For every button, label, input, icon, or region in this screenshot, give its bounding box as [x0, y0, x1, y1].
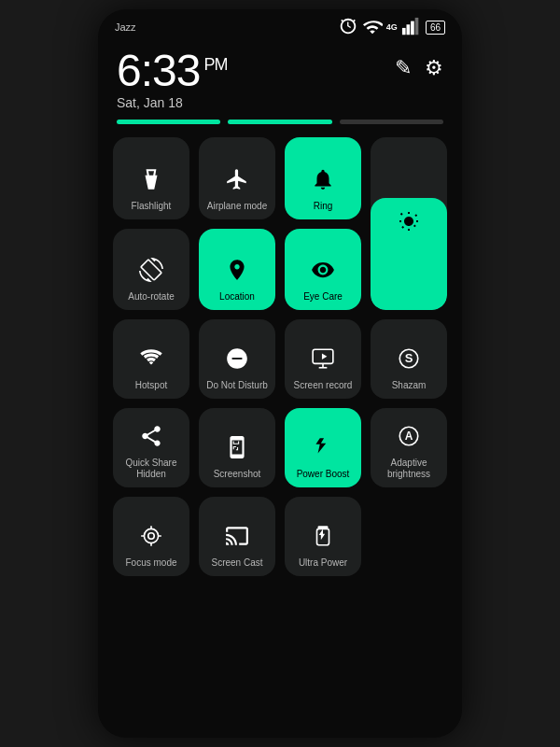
clock-display: 6:33PM: [117, 49, 227, 93]
brightness-bar[interactable]: [98, 120, 462, 124]
location-icon: [225, 258, 249, 286]
tile-shazam[interactable]: S Shazam: [371, 319, 447, 399]
tile-brightness-slider[interactable]: [371, 137, 447, 310]
ring-icon: [311, 167, 335, 195]
signal-icon: [401, 17, 422, 37]
network-icon: 4G: [386, 22, 398, 32]
svg-point-11: [148, 533, 155, 540]
tile-power-boost[interactable]: Power Boost: [285, 408, 361, 487]
clock-area: 6:33PM Sat, Jan 18 ✎ ⚙: [98, 41, 462, 120]
brightness-seg-1: [117, 120, 220, 124]
power-boost-label: Power Boost: [297, 469, 350, 480]
tile-eye-care[interactable]: Eye Care: [285, 229, 361, 311]
screen-record-label: Screen record: [294, 380, 353, 391]
adaptive-brightness-label: Adaptive brightness: [374, 458, 443, 480]
tile-quick-share[interactable]: Quick Share Hidden: [113, 408, 189, 487]
shazam-label: Shazam: [392, 380, 427, 391]
flashlight-icon: [139, 167, 163, 195]
tile-dnd[interactable]: Do Not Disturb: [199, 319, 275, 399]
ultra-power-icon: [311, 524, 335, 552]
tile-adaptive-brightness[interactable]: A Adaptive brightness: [371, 408, 447, 487]
clock-ampm: PM: [203, 55, 227, 74]
auto-rotate-icon: [139, 258, 163, 286]
sun-icon: [398, 210, 420, 238]
screen-cast-label: Screen Cast: [211, 557, 262, 569]
tile-screen-record[interactable]: Screen record: [285, 319, 361, 399]
controls-grid: Flashlight Airplane mode Ring: [98, 137, 462, 576]
tile-screen-cast[interactable]: Screen Cast: [199, 497, 275, 576]
phone-frame: Jazz 4G 66 6:33PM Sat, Jan 18 ✎ ⚙: [98, 9, 462, 738]
battery-icon: 66: [426, 21, 445, 35]
focus-mode-icon: [139, 524, 163, 552]
edit-icon[interactable]: ✎: [395, 56, 412, 80]
tile-flashlight[interactable]: Flashlight: [113, 137, 189, 219]
ring-label: Ring: [314, 201, 333, 212]
screen-cast-icon: [225, 524, 249, 552]
tile-auto-rotate[interactable]: Auto-rotate: [113, 229, 189, 311]
svg-text:A: A: [405, 430, 413, 443]
clock-time: 6:33: [117, 46, 200, 95]
status-icons: 4G 66: [338, 17, 445, 37]
screen-record-icon: [311, 346, 335, 374]
tile-ring[interactable]: Ring: [285, 137, 361, 219]
clock-date: Sat, Jan 18: [117, 95, 227, 110]
tile-location[interactable]: Location: [199, 229, 275, 311]
status-bar: Jazz 4G 66: [98, 9, 462, 41]
shazam-icon: S: [397, 346, 421, 374]
tile-airplane-mode[interactable]: Airplane mode: [199, 137, 275, 219]
alarm-icon: [338, 17, 358, 37]
location-label: Location: [219, 291, 255, 303]
svg-point-12: [144, 529, 158, 543]
hotspot-label: Hotspot: [135, 380, 167, 391]
adaptive-brightness-icon: A: [397, 424, 421, 452]
ultra-power-label: Ultra Power: [299, 557, 347, 569]
tile-ultra-power[interactable]: Ultra Power: [285, 497, 361, 576]
dnd-icon: [225, 346, 249, 374]
eye-care-label: Eye Care: [303, 291, 343, 303]
flashlight-label: Flashlight: [132, 201, 172, 212]
brightness-seg-3: [340, 120, 443, 124]
carrier-label: Jazz: [115, 21, 136, 33]
hotspot-icon: [139, 346, 163, 374]
svg-rect-1: [406, 24, 410, 35]
eye-care-icon: [311, 258, 335, 286]
brightness-seg-2: [228, 120, 331, 124]
tile-focus-mode[interactable]: Focus mode: [113, 497, 189, 576]
dnd-label: Do Not Disturb: [206, 380, 268, 391]
airplane-icon: [225, 167, 249, 195]
quick-share-label: Quick Share Hidden: [117, 458, 186, 480]
focus-mode-label: Focus mode: [125, 557, 176, 569]
svg-rect-0: [402, 28, 406, 35]
screenshot-icon: [225, 435, 249, 463]
svg-text:S: S: [405, 351, 413, 365]
power-boost-icon: [311, 435, 335, 463]
auto-rotate-label: Auto-rotate: [128, 291, 174, 303]
tile-hotspot[interactable]: Hotspot: [113, 319, 189, 399]
wifi-icon: [362, 17, 383, 37]
svg-rect-2: [411, 21, 414, 35]
screenshot-label: Screenshot: [214, 469, 261, 480]
airplane-label: Airplane mode: [207, 201, 267, 212]
quick-share-icon: [139, 424, 163, 452]
svg-rect-3: [415, 18, 419, 35]
settings-icon[interactable]: ⚙: [425, 56, 443, 80]
tile-screenshot[interactable]: Screenshot: [199, 408, 275, 487]
